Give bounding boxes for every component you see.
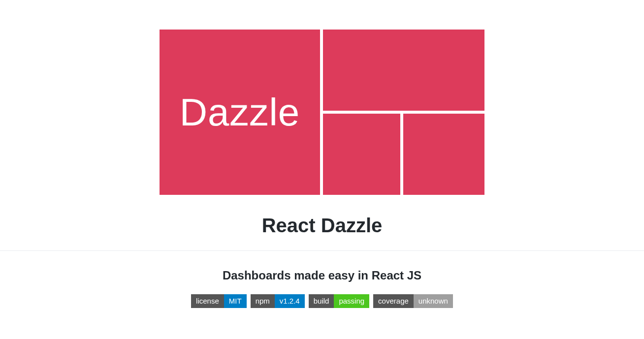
section-divider xyxy=(0,250,644,251)
npm-badge[interactable]: npm v1.2.4 xyxy=(251,294,305,308)
logo-bottom-left-tile xyxy=(323,114,400,195)
badge-value: passing xyxy=(334,294,369,308)
badge-value: unknown xyxy=(414,294,453,308)
readme-container: Dazzle React Dazzle Dashboards made easy… xyxy=(0,0,644,308)
build-badge[interactable]: build passing xyxy=(309,294,369,308)
badge-label: license xyxy=(191,294,224,308)
badge-value: v1.2.4 xyxy=(275,294,305,308)
badge-value: MIT xyxy=(224,294,247,308)
badge-label: coverage xyxy=(373,294,414,308)
logo-text: Dazzle xyxy=(180,90,300,135)
badge-label: npm xyxy=(251,294,275,308)
logo-left-tile: Dazzle xyxy=(160,30,320,195)
dazzle-logo: Dazzle xyxy=(160,30,484,195)
logo-right-tiles xyxy=(323,30,484,195)
logo-bottom-right-tile xyxy=(403,114,484,195)
license-badge[interactable]: license MIT xyxy=(191,294,247,308)
logo-top-right-tile xyxy=(323,30,484,111)
page-subtitle: Dashboards made easy in React JS xyxy=(223,269,421,282)
page-title: React Dazzle xyxy=(262,215,383,237)
coverage-badge[interactable]: coverage unknown xyxy=(373,294,453,308)
badges-row: license MIT npm v1.2.4 build passing cov… xyxy=(191,294,453,308)
badge-label: build xyxy=(309,294,334,308)
logo-bottom-right-tiles xyxy=(323,114,484,195)
